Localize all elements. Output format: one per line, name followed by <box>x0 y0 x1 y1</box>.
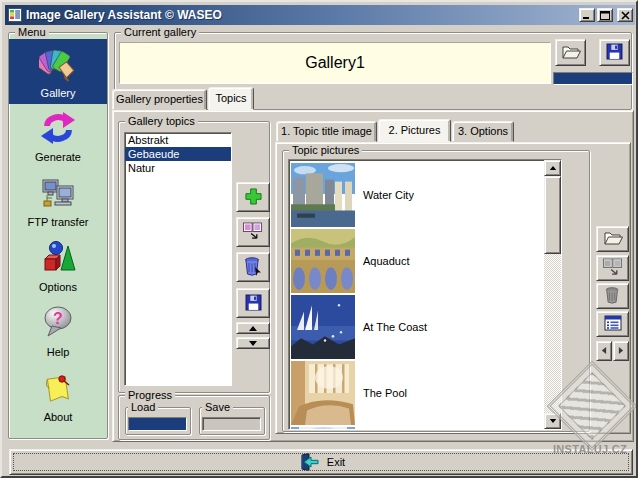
load-progress-bar <box>128 417 187 431</box>
arrow-up-icon <box>248 322 258 334</box>
tab-topics[interactable]: Topics <box>208 87 254 110</box>
aquaduct-thumbnail <box>291 229 355 293</box>
exit-label: Exit <box>327 456 345 468</box>
topic-label: Abstrakt <box>128 134 168 146</box>
minimize-icon <box>582 11 592 20</box>
move-picture-right-button[interactable] <box>613 341 629 361</box>
picture-frames-icon <box>242 222 264 243</box>
move-topic-up-button[interactable] <box>236 322 270 334</box>
water-city-thumbnail <box>291 163 355 227</box>
sidebar-item-generate[interactable]: Generate <box>9 104 107 169</box>
tab-label: 2. Pictures <box>389 124 441 136</box>
move-picture-left-button[interactable] <box>596 341 612 361</box>
list-item[interactable]: Aquaduct <box>289 228 544 294</box>
view-details-button[interactable] <box>596 311 629 337</box>
sidebar-item-label: Generate <box>35 151 81 163</box>
the-pool-thumbnail <box>291 361 355 425</box>
arrow-down-icon <box>248 337 258 349</box>
sticky-note-icon <box>40 370 76 408</box>
topics-page: Gallery topics Abstrakt Gebaeude Natur <box>112 110 634 442</box>
list-item[interactable]: The Pool <box>289 360 544 426</box>
floppy-disk-icon <box>245 294 262 313</box>
list-item[interactable]: Abstrakt <box>125 133 231 147</box>
sidebar-item-options[interactable]: Options <box>9 234 107 299</box>
trash-icon <box>605 286 621 306</box>
move-topic-down-button[interactable] <box>236 337 270 349</box>
sidebar-item-label: Help <box>47 346 70 358</box>
save-gallery-button[interactable] <box>599 39 630 66</box>
topic-pictures-list[interactable]: Water City <box>288 159 562 430</box>
shapes-icon <box>40 240 76 278</box>
picture-frames-icon <box>602 258 624 279</box>
edit-picture-button[interactable] <box>596 255 629 281</box>
gallery-progress-fill <box>554 73 632 84</box>
sidebar-item-label: Gallery <box>41 87 76 99</box>
tab-label: 1. Topic title image <box>281 125 372 137</box>
gallery-cards-icon <box>39 44 77 84</box>
arrow-down-icon <box>549 418 557 424</box>
maximize-button[interactable] <box>597 8 613 22</box>
exit-door-icon <box>297 453 321 471</box>
gallery-name-panel: Gallery1 <box>119 42 551 84</box>
progress-panel: Progress Load Save <box>118 395 270 440</box>
gallery-topics-list[interactable]: Abstrakt Gebaeude Natur <box>124 132 232 386</box>
sidebar-item-gallery[interactable]: Gallery <box>9 39 107 104</box>
open-gallery-button[interactable] <box>555 39 586 66</box>
load-progress-group: Load <box>125 407 191 435</box>
floppy-disk-icon <box>606 43 623 62</box>
pictures-page: Topic pictures <box>275 142 631 434</box>
picture-label: Aquaduct <box>363 255 409 267</box>
svg-text:?: ? <box>53 310 63 327</box>
open-folder-icon <box>603 230 623 248</box>
picture-label: The Pool <box>363 387 407 399</box>
edit-topic-pictures-button[interactable] <box>236 217 270 247</box>
current-gallery-group-label: Current gallery <box>121 26 199 38</box>
tab-label: Gallery properties <box>116 93 203 105</box>
pictures-scrollbar[interactable] <box>544 160 561 429</box>
minimize-button[interactable] <box>579 8 595 22</box>
progress-group-label: Progress <box>125 389 175 401</box>
save-label: Save <box>202 401 233 413</box>
list-item[interactable]: Natur <box>125 161 231 175</box>
scrollbar-up-button[interactable] <box>544 160 561 176</box>
exit-button[interactable]: Exit <box>9 449 633 475</box>
sidebar-item-label: Options <box>39 281 77 293</box>
gallery-topics-group-label: Gallery topics <box>125 115 198 127</box>
picture-label: Water City <box>363 189 414 201</box>
sidebar-item-about[interactable]: About <box>9 364 107 429</box>
partial-thumbnail <box>291 427 355 430</box>
delete-topic-button[interactable] <box>236 252 270 282</box>
tab-label: 3. Options <box>458 125 508 137</box>
list-item[interactable]: Gebaeude <box>125 147 231 161</box>
sidebar-item-ftp-transfer[interactable]: FTP transfer <box>9 169 107 234</box>
list-item[interactable] <box>289 426 544 430</box>
at-the-coast-thumbnail <box>291 295 355 359</box>
picture-label: At The Coast <box>363 321 427 333</box>
tab-topic-title-image[interactable]: 1. Topic title image <box>276 121 377 142</box>
topic-pictures-panel: Topic pictures <box>282 150 590 432</box>
open-picture-button[interactable] <box>596 226 629 252</box>
recycle-icon <box>40 110 76 148</box>
tab-gallery-properties[interactable]: Gallery properties <box>112 89 207 110</box>
delete-picture-button[interactable] <box>596 283 629 309</box>
close-button[interactable] <box>617 8 633 22</box>
menu-panel: Menu Gallery <box>8 32 108 439</box>
topic-pictures-group-label: Topic pictures <box>289 144 362 156</box>
list-item[interactable]: At The Coast <box>289 294 544 360</box>
app-icon <box>8 8 22 22</box>
menu-group-label: Menu <box>15 26 49 38</box>
add-topic-button[interactable] <box>236 182 270 212</box>
tab-label: Topics <box>215 92 246 104</box>
list-item[interactable]: Water City <box>289 162 544 228</box>
tab-pictures[interactable]: 2. Pictures <box>378 119 451 142</box>
open-folder-icon <box>561 44 581 62</box>
list-details-icon <box>604 315 622 333</box>
scrollbar-thumb[interactable] <box>544 176 561 254</box>
window-title: Image Gallery Assistant © WASEO <box>26 8 222 22</box>
sidebar-item-label: FTP transfer <box>28 216 89 228</box>
scrollbar-down-button[interactable] <box>544 413 561 429</box>
sidebar-item-help[interactable]: ? Help <box>9 299 107 364</box>
title-bar: Image Gallery Assistant © WASEO <box>5 5 635 25</box>
save-topic-button[interactable] <box>236 288 270 318</box>
tab-options[interactable]: 3. Options <box>452 121 514 142</box>
